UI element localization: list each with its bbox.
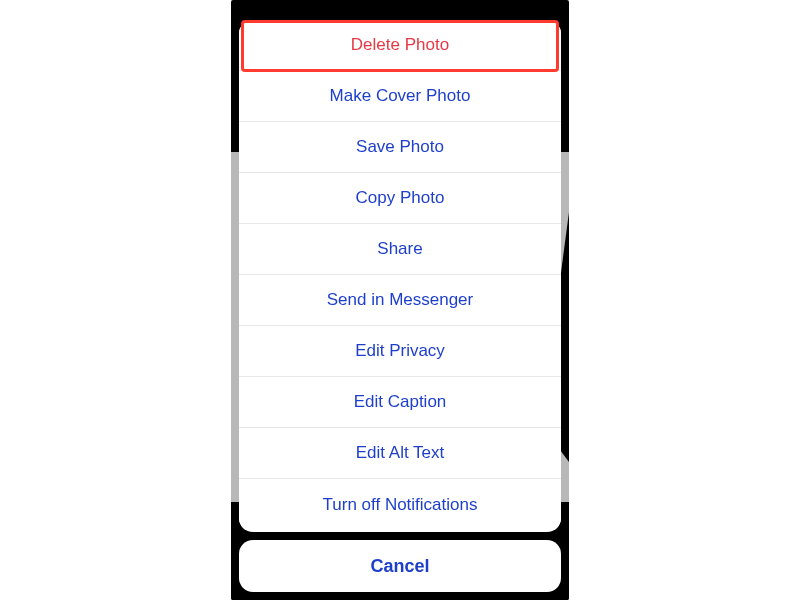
share-option[interactable]: Share	[239, 224, 561, 275]
edit-caption-option[interactable]: Edit Caption	[239, 377, 561, 428]
option-label: Share	[377, 239, 422, 259]
option-label: Delete Photo	[351, 35, 449, 55]
option-label: Copy Photo	[356, 188, 445, 208]
make-cover-photo-option[interactable]: Make Cover Photo	[239, 71, 561, 122]
action-sheet-options: Delete PhotoMake Cover PhotoSave PhotoCo…	[239, 20, 561, 532]
send-messenger-option[interactable]: Send in Messenger	[239, 275, 561, 326]
option-label: Edit Caption	[354, 392, 447, 412]
turn-off-notifications-option[interactable]: Turn off Notifications	[239, 479, 561, 530]
phone-frame: ✕ Delete PhotoMake Cover PhotoSave Photo…	[231, 0, 569, 600]
action-sheet: Delete PhotoMake Cover PhotoSave PhotoCo…	[239, 20, 561, 592]
option-label: Save Photo	[356, 137, 444, 157]
option-label: Make Cover Photo	[330, 86, 471, 106]
cancel-button-label: Cancel	[370, 556, 429, 577]
option-label: Turn off Notifications	[323, 495, 478, 515]
cancel-button[interactable]: Cancel	[239, 540, 561, 592]
copy-photo-option[interactable]: Copy Photo	[239, 173, 561, 224]
save-photo-option[interactable]: Save Photo	[239, 122, 561, 173]
edit-privacy-option[interactable]: Edit Privacy	[239, 326, 561, 377]
option-label: Edit Privacy	[355, 341, 445, 361]
edit-alt-text-option[interactable]: Edit Alt Text	[239, 428, 561, 479]
option-label: Send in Messenger	[327, 290, 473, 310]
option-label: Edit Alt Text	[356, 443, 445, 463]
delete-photo-option[interactable]: Delete Photo	[239, 20, 561, 71]
